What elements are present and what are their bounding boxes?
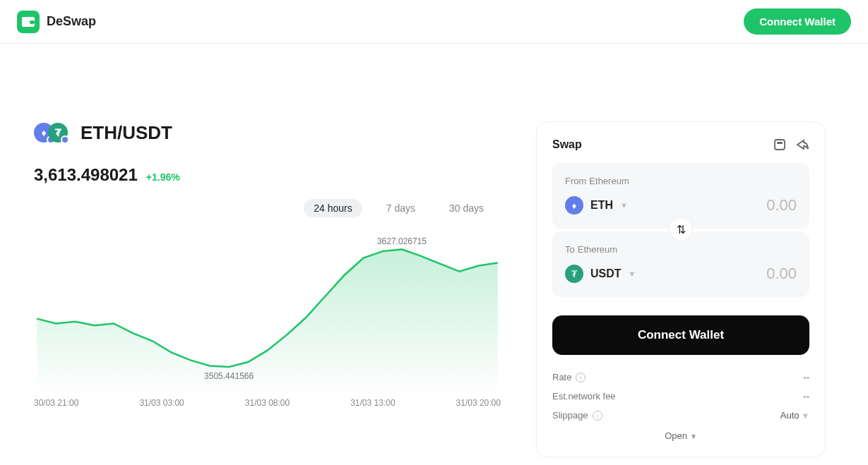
to-network: Ethereum [578,244,617,255]
from-network: Ethereum [589,176,629,186]
rate-value: -- [803,372,809,382]
to-amount[interactable]: 0.00 [766,265,797,283]
usdt-icon: ₮ [48,123,68,143]
svg-rect-2 [775,140,785,150]
main: ♦ ₮ ETH/USDT 3,613.498021 +1.96% 24 hour… [0,44,868,465]
open-details-toggle[interactable]: Open▼ [552,430,809,441]
rate-label: Rate [552,372,571,382]
slippage-value[interactable]: Auto ▼ [780,410,809,421]
chart-panel: ♦ ₮ ETH/USDT 3,613.498021 +1.96% 24 hour… [34,121,501,436]
connect-wallet-button[interactable]: Connect Wallet [744,8,851,35]
swap-from-box: FromEthereum ♦ ETH ▼ 0.00 ⇅ [552,163,809,229]
brand: DeSwap [17,11,96,33]
from-label: FromEthereum [565,176,797,186]
from-amount[interactable]: 0.00 [766,196,797,215]
to-prefix: To [565,244,575,255]
brand-logo-icon [17,11,40,33]
price-change: +1.96% [146,171,180,183]
pair-title: ETH/USDT [81,122,172,144]
svg-rect-3 [777,142,783,144]
swap-tools [773,138,809,152]
swap-meta: Ratei -- Est.network fee -- Slippagei Au… [552,368,809,441]
to-token-selector[interactable]: ₮ USDT ▼ [565,265,636,283]
x-axis-tick: 31/03 20:00 [456,398,501,408]
fee-label: Est.network fee [552,391,616,401]
price-value: 3,613.498021 [34,165,138,185]
chevron-down-icon: ▼ [629,270,636,278]
header: DeSwap Connect Wallet [0,0,868,44]
price-row: 3,613.498021 +1.96% [34,165,501,185]
rate-row: Ratei -- [552,368,809,387]
svg-rect-1 [30,20,35,24]
range-tab-30d[interactable]: 30 days [439,199,494,217]
info-icon[interactable]: i [593,411,602,421]
swap-connect-wallet-button[interactable]: Connect Wallet [552,315,809,355]
fee-value: -- [803,391,809,401]
swap-header: Swap [552,138,809,152]
chart-x-axis: 30/03 21:0031/03 03:0031/03 08:0031/03 1… [34,398,501,408]
fee-row: Est.network fee -- [552,387,809,406]
slippage-label: Slippage [552,410,588,421]
swap-panel: Swap FromEthereum ♦ ETH ▼ 0.00 [536,121,826,457]
info-icon[interactable]: i [576,373,585,382]
x-axis-tick: 31/03 03:00 [139,398,184,408]
range-tabs: 24 hours 7 days 30 days [34,199,501,217]
to-label: ToEthereum [565,244,797,255]
eth-icon: ♦ [565,196,583,215]
pair-icons: ♦ ₮ [34,121,71,144]
x-axis-tick: 31/03 08:00 [245,398,290,408]
chart-high-label: 3627.026715 [377,236,427,246]
slippage-row: Slippagei Auto ▼ [552,406,809,425]
chevron-down-icon: ▼ [620,201,628,210]
range-tab-7d[interactable]: 7 days [376,199,425,217]
price-chart: 3627.026715 3505.441566 30/03 21:0031/03… [34,224,501,436]
switch-tokens-button[interactable]: ⇅ [669,217,693,241]
brand-name: DeSwap [47,14,96,29]
from-prefix: From [565,176,586,186]
from-token-selector[interactable]: ♦ ETH ▼ [565,196,628,215]
chevron-down-icon: ▼ [802,411,809,420]
pair-header: ♦ ₮ ETH/USDT [34,121,501,144]
range-tab-24h[interactable]: 24 hours [304,199,362,217]
settings-icon[interactable] [773,138,787,152]
x-axis-tick: 31/03 13:00 [350,398,395,408]
share-icon[interactable] [795,138,809,152]
to-token-name: USDT [590,267,622,280]
chart-low-label: 3505.441566 [204,371,254,381]
chevron-down-icon: ▼ [690,433,697,440]
x-axis-tick: 30/03 21:00 [34,398,78,408]
swap-title: Swap [552,138,582,151]
from-token-name: ETH [590,199,613,212]
usdt-icon: ₮ [565,265,583,283]
chart-svg [34,224,501,394]
